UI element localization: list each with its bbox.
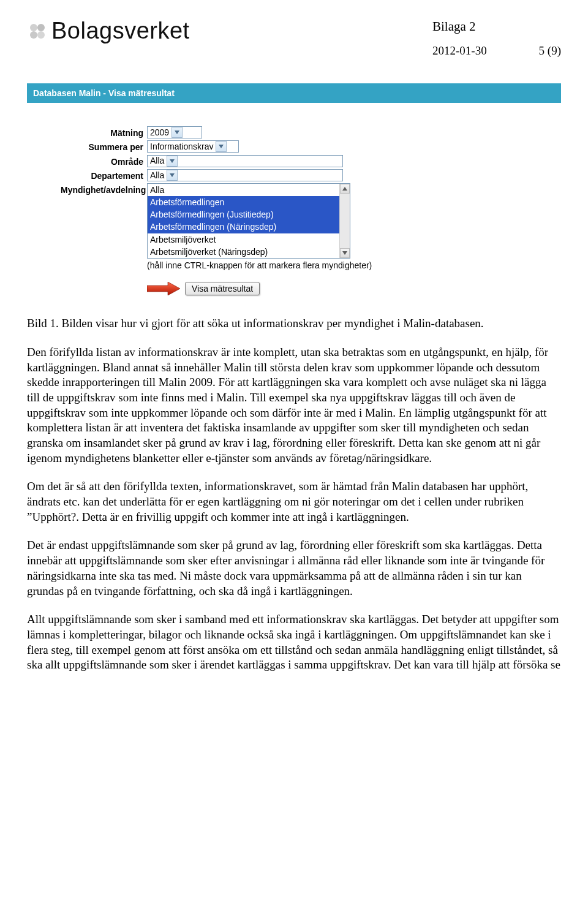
- svg-marker-10: [147, 282, 180, 295]
- embedded-screenshot: Databasen Malin - Visa mätresultat Mätni…: [27, 83, 561, 295]
- list-item[interactable]: Arbetsmiljöverket: [148, 233, 350, 246]
- label-departement: Departement: [61, 169, 147, 181]
- list-item[interactable]: Arbetsförmedlingen (Näringsdep): [148, 221, 350, 233]
- attachment-label: Bilaga 2: [432, 18, 561, 35]
- chevron-down-icon: [167, 156, 178, 167]
- svg-marker-9: [342, 251, 347, 255]
- body-paragraph: Allt uppgiftslämnande som sker i samband…: [27, 612, 561, 673]
- show-results-button[interactable]: Visa mätresultat: [185, 282, 260, 295]
- listbox-myndighet[interactable]: Alla Arbetsförmedlingen Arbetsförmedling…: [147, 183, 350, 259]
- body-paragraph: Det är endast uppgiftslämnande som sker …: [27, 538, 561, 599]
- svg-point-2: [30, 31, 37, 39]
- chevron-down-icon: [216, 141, 227, 152]
- header-date: 2012-01-30: [432, 44, 487, 59]
- svg-marker-5: [219, 145, 224, 148]
- header-meta: Bilaga 2 2012-01-30 5 (9): [432, 16, 561, 59]
- dropdown-matning-value: 2009: [150, 127, 169, 138]
- list-item[interactable]: Arbetsförmedlingen: [148, 196, 350, 208]
- dropdown-summera-value: Informationskrav: [150, 141, 213, 152]
- list-item[interactable]: Arbetsmiljöverket (Näringsdep): [148, 246, 350, 258]
- body-paragraph: Om det är så att den förifyllda texten, …: [27, 479, 561, 524]
- dropdown-matning[interactable]: 2009: [147, 126, 202, 138]
- chevron-down-icon: [167, 170, 178, 181]
- dropdown-omrade[interactable]: Alla: [147, 155, 343, 167]
- scroll-up-icon[interactable]: [340, 184, 350, 194]
- dropdown-departement-value: Alla: [150, 170, 164, 181]
- svg-point-1: [37, 24, 45, 31]
- arrow-right-icon: [147, 282, 180, 295]
- svg-marker-4: [175, 131, 179, 134]
- brand-logo-icon: [27, 21, 48, 42]
- svg-marker-8: [342, 187, 347, 191]
- chevron-down-icon: [172, 127, 183, 138]
- scroll-down-icon[interactable]: [340, 248, 350, 258]
- body-paragraph: Den förifyllda listan av informationskra…: [27, 345, 561, 466]
- scrollbar[interactable]: [339, 184, 350, 258]
- svg-marker-7: [170, 173, 175, 177]
- listbox-hint: (håll inne CTRL-knappen för att markera …: [147, 260, 372, 271]
- list-item[interactable]: Arbetsförmedlingen (Justitiedep): [148, 208, 350, 221]
- label-myndighet: Myndighet/avdelning: [61, 183, 147, 195]
- list-item[interactable]: Alla: [148, 184, 350, 196]
- figure-caption: Bild 1. Bilden visar hur vi gjort för at…: [27, 316, 561, 331]
- label-summera: Summera per: [61, 140, 147, 153]
- dropdown-omrade-value: Alla: [150, 155, 164, 166]
- brand: Bolagsverket: [27, 16, 190, 46]
- dropdown-summera[interactable]: Informationskrav: [147, 140, 239, 153]
- svg-point-0: [30, 24, 37, 31]
- label-omrade: Område: [61, 155, 147, 167]
- svg-point-3: [37, 31, 45, 39]
- header-page: 5 (9): [539, 44, 561, 59]
- label-matning: Mätning: [61, 126, 147, 138]
- brand-name: Bolagsverket: [51, 16, 190, 46]
- window-titlebar: Databasen Malin - Visa mätresultat: [27, 83, 561, 103]
- svg-marker-6: [170, 159, 175, 163]
- dropdown-departement[interactable]: Alla: [147, 169, 343, 181]
